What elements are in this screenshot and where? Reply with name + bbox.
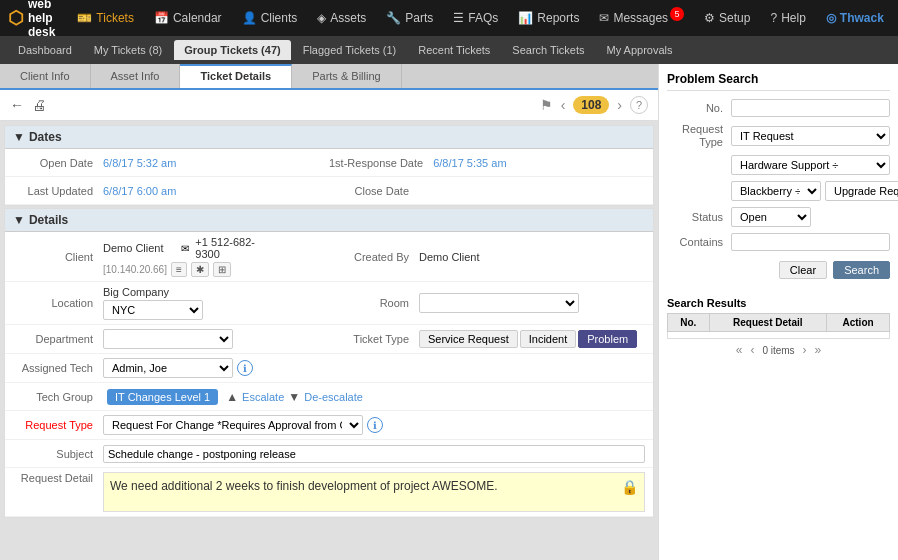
dates-section: ▼ Dates Open Date 6/8/17 5:32 am 1st-Res…	[4, 125, 654, 206]
detail-tabs: Client Info Asset Info Ticket Details Pa…	[0, 64, 658, 90]
ps-status-select[interactable]: Open	[731, 207, 811, 227]
dates-section-header[interactable]: ▼ Dates	[5, 126, 653, 149]
nav-calendar[interactable]: 📅 Calendar	[146, 7, 230, 29]
subnav-flagged-tickets[interactable]: Flagged Tickets (1)	[293, 40, 407, 60]
print-button[interactable]: 🖨	[32, 97, 46, 113]
client-icon-3[interactable]: ⊞	[213, 262, 231, 277]
ps-hardware-select[interactable]: Hardware Support ÷	[731, 155, 890, 175]
assigned-tech-select[interactable]: Admin, Joe	[103, 358, 233, 378]
first-page-button[interactable]: «	[736, 343, 743, 357]
location-select[interactable]: NYC	[103, 300, 203, 320]
request-detail-area[interactable]: We need additional 2 weeks to finish dev…	[103, 472, 645, 512]
messages-icon: ✉	[599, 11, 609, 25]
subject-label: Subject	[13, 448, 103, 460]
last-updated-value: 6/8/17 6:00 am	[103, 185, 176, 197]
empty-row	[668, 332, 890, 339]
ps-buttons: Clear Search	[667, 257, 890, 283]
location-label: Location	[13, 297, 103, 309]
ps-no-input[interactable]	[731, 99, 890, 117]
details-section-header[interactable]: ▼ Details	[5, 209, 653, 232]
request-detail-label: Request Detail	[13, 472, 103, 484]
nav-tickets[interactable]: 🎫 Tickets	[69, 7, 142, 29]
subnav-my-approvals[interactable]: My Approvals	[597, 40, 683, 60]
subnav-search-tickets[interactable]: Search Tickets	[502, 40, 594, 60]
escalate-controls: ▲ Escalate ▼ De-escalate	[226, 390, 363, 404]
thwack-icon: ◎	[826, 11, 836, 25]
subnav-dashboard[interactable]: Dashboard	[8, 40, 82, 60]
col-request-detail: Request Detail	[709, 314, 827, 332]
nav-assets[interactable]: ◈ Assets	[309, 7, 374, 29]
next-ticket-button[interactable]: ›	[617, 97, 622, 113]
location-row: Location Big Company NYC Room	[5, 282, 653, 325]
ps-sub-row-2: Blackberry ÷ Upgrade Request ÷	[667, 181, 890, 201]
tab-asset-info[interactable]: Asset Info	[91, 64, 181, 88]
request-type-info-icon[interactable]: ℹ	[367, 417, 383, 433]
nav-setup[interactable]: ⚙ Setup	[696, 7, 758, 29]
escalate-button[interactable]: Escalate	[242, 391, 284, 403]
search-results-title: Search Results	[667, 297, 890, 309]
prev-page-button[interactable]: ‹	[750, 343, 754, 357]
client-ip: [10.140.20.66]	[103, 264, 167, 275]
reports-icon: 📊	[518, 11, 533, 25]
deescalate-button[interactable]: De-escalate	[304, 391, 363, 403]
top-navigation: ⬡ web help desk 🎫 Tickets 📅 Calendar 👤 C…	[0, 0, 898, 36]
clear-button[interactable]: Clear	[779, 261, 827, 279]
subnav-recent-tickets[interactable]: Recent Tickets	[408, 40, 500, 60]
request-type-select[interactable]: Request For Change *Requires Approval fr…	[103, 415, 363, 435]
nav-messages[interactable]: ✉ Messages 5	[591, 7, 692, 29]
client-phone: +1 512-682-9300	[195, 236, 267, 260]
ps-request-type-select[interactable]: IT Request	[731, 126, 890, 146]
subject-input[interactable]	[103, 445, 645, 463]
assigned-tech-info-icon[interactable]: ℹ	[237, 360, 253, 376]
client-icon-1[interactable]: ≡	[171, 262, 187, 277]
dept-label: Department	[13, 333, 103, 345]
back-button[interactable]: ←	[10, 97, 24, 113]
ps-request-type-label: RequestType	[667, 123, 727, 149]
help-button[interactable]: ?	[630, 96, 648, 114]
ps-status-row: Status Open	[667, 207, 890, 227]
search-button[interactable]: Search	[833, 261, 890, 279]
dept-select[interactable]	[103, 329, 233, 349]
details-section: ▼ Details Client Demo Client ✉ +1 512-68…	[4, 208, 654, 518]
subject-row: Subject	[5, 440, 653, 468]
created-by-label: Created By	[329, 251, 419, 263]
flag-icon[interactable]: ⚑	[540, 97, 553, 113]
ps-contains-row: Contains	[667, 233, 890, 251]
tab-client-info[interactable]: Client Info	[0, 64, 91, 88]
tab-ticket-details[interactable]: Ticket Details	[180, 64, 292, 88]
nav-help[interactable]: ? Help	[762, 7, 813, 29]
nav-thwack[interactable]: ◎ Thwack	[818, 7, 892, 29]
assigned-tech-label: Assigned Tech	[13, 362, 103, 374]
tab-parts-billing[interactable]: Parts & Billing	[292, 64, 401, 88]
nav-faqs[interactable]: ☰ FAQs	[445, 7, 506, 29]
ps-blackberry-select[interactable]: Blackberry ÷	[731, 181, 821, 201]
nav-clients[interactable]: 👤 Clients	[234, 7, 306, 29]
ttype-service-request[interactable]: Service Request	[419, 330, 518, 348]
nav-parts[interactable]: 🔧 Parts	[378, 7, 441, 29]
next-page-button[interactable]: ›	[803, 343, 807, 357]
subnav-my-tickets[interactable]: My Tickets (8)	[84, 40, 172, 60]
details-section-title: Details	[29, 213, 68, 227]
ps-request-type-row: RequestType IT Request	[667, 123, 890, 149]
request-type-label: Request Type	[13, 419, 103, 431]
tech-group-label: Tech Group	[13, 391, 103, 403]
ps-upgrade-select[interactable]: Upgrade Request ÷	[825, 181, 898, 201]
ticket-number: 108	[573, 96, 609, 114]
prev-ticket-button[interactable]: ‹	[561, 97, 566, 113]
ttype-incident[interactable]: Incident	[520, 330, 577, 348]
subnav-group-tickets[interactable]: Group Tickets (47)	[174, 40, 290, 60]
dates-row-2: Last Updated 6/8/17 6:00 am Close Date	[5, 177, 653, 205]
col-no: No.	[668, 314, 710, 332]
nav-reports[interactable]: 📊 Reports	[510, 7, 587, 29]
tech-group-row: Tech Group IT Changes Level 1 ▲ Escalate…	[5, 383, 653, 411]
lock-icon[interactable]: 🔒	[621, 479, 638, 495]
ps-contains-input[interactable]	[731, 233, 890, 251]
left-panel: Client Info Asset Info Ticket Details Pa…	[0, 64, 658, 560]
assigned-tech-row: Assigned Tech Admin, Joe ℹ	[5, 354, 653, 383]
sub-navigation: Dashboard My Tickets (8) Group Tickets (…	[0, 36, 898, 64]
ttype-problem[interactable]: Problem	[578, 330, 637, 348]
last-page-button[interactable]: »	[815, 343, 822, 357]
client-icon-2[interactable]: ✱	[191, 262, 209, 277]
room-select[interactable]	[419, 293, 579, 313]
location-name: Big Company	[103, 286, 203, 298]
